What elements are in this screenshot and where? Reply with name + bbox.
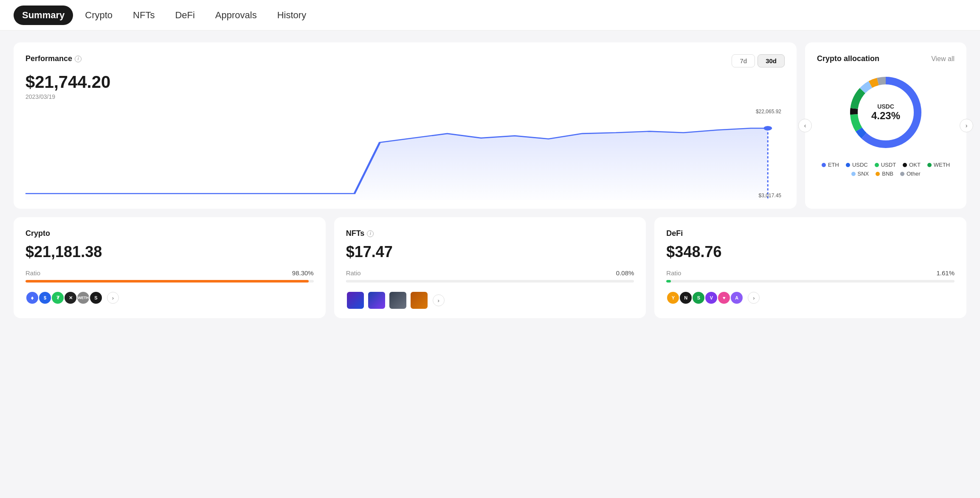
performance-card: Performance i 7d 30d $21,744.20 2023/03/… xyxy=(14,42,797,209)
crypto-card: Crypto $21,181.38 Ratio 98.30% ♦ $ ₮ ✕ W… xyxy=(14,217,326,318)
nfts-icon-row: › xyxy=(346,291,634,310)
legend-usdt: USDT xyxy=(875,162,896,168)
defi-card: DeFi $348.76 Ratio 1.61% Y N S V ♥ A › xyxy=(654,217,966,318)
crypto-ratio-pct: 98.30% xyxy=(292,269,314,277)
legend-weth: WETH xyxy=(927,162,950,168)
crypto-more-arrow[interactable]: › xyxy=(107,292,119,304)
perf-header: Performance i 7d 30d xyxy=(25,54,785,67)
performance-amount: $21,744.20 xyxy=(25,73,785,92)
legend-dot-other xyxy=(900,172,904,176)
defi-card-title: DeFi xyxy=(666,229,955,238)
donut-chart: USDC 4.23% xyxy=(843,70,928,155)
nfts-card-amount: $17.47 xyxy=(346,243,634,261)
nfts-card: NFTs i $17.47 Ratio 0.08% › xyxy=(334,217,646,318)
legend-dot-okt xyxy=(903,163,907,167)
coin-eth: ♦ xyxy=(25,291,39,305)
nav-summary[interactable]: Summary xyxy=(14,6,73,25)
time-btn-7d[interactable]: 7d xyxy=(732,54,755,67)
legend-dot-usdc xyxy=(846,163,850,167)
defi-card-amount: $348.76 xyxy=(666,243,955,261)
defi-icon-4: V xyxy=(704,291,718,305)
allocation-card: Crypto allocation View all ‹ xyxy=(805,42,966,209)
bottom-row: Crypto $21,181.38 Ratio 98.30% ♦ $ ₮ ✕ W… xyxy=(14,217,966,318)
coin-usdc: $ xyxy=(38,291,52,305)
defi-progress-fill xyxy=(666,280,671,283)
donut-center: USDC 4.23% xyxy=(871,103,900,122)
nfts-card-title: NFTs i xyxy=(346,229,634,238)
nft-thumb-1 xyxy=(346,291,365,310)
coin-snx: S xyxy=(89,291,103,305)
time-buttons: 7d 30d xyxy=(732,54,785,67)
nft-thumb-2 xyxy=(367,291,386,310)
nft-thumb-4 xyxy=(410,291,428,310)
coin-usdt: ₮ xyxy=(51,291,65,305)
performance-info-icon[interactable]: i xyxy=(75,56,82,62)
defi-icon-1: Y xyxy=(666,291,680,305)
nfts-progress-bar xyxy=(346,280,634,283)
main-content: Performance i 7d 30d $21,744.20 2023/03/… xyxy=(0,31,980,330)
crypto-card-amount: $21,181.38 xyxy=(25,243,314,261)
allocation-legend: ETH USDC USDT OKT WETH xyxy=(817,162,955,177)
allocation-prev-button[interactable]: ‹ xyxy=(798,119,812,132)
nav-approvals[interactable]: Approvals xyxy=(207,6,265,25)
nft-thumb-3 xyxy=(389,291,407,310)
defi-more-arrow[interactable]: › xyxy=(748,292,760,304)
defi-progress-bar xyxy=(666,280,955,283)
defi-ratio-row: Ratio 1.61% xyxy=(666,269,955,277)
coin-weth: WETH xyxy=(76,291,90,305)
top-row: Performance i 7d 30d $21,744.20 2023/03/… xyxy=(14,42,966,209)
perf-title: Performance i xyxy=(25,54,82,63)
crypto-icon-row: ♦ $ ₮ ✕ WETH S › xyxy=(25,291,314,305)
chart-high-label: $22,065.92 xyxy=(756,109,781,115)
crypto-ratio-row: Ratio 98.30% xyxy=(25,269,314,277)
legend-dot-weth xyxy=(927,163,932,167)
legend-bnb: BNB xyxy=(876,171,893,177)
legend-dot-bnb xyxy=(876,172,880,176)
crypto-progress-bar xyxy=(25,280,314,283)
nav-crypto[interactable]: Crypto xyxy=(76,6,121,25)
alloc-header: Crypto allocation View all xyxy=(817,54,955,63)
defi-icon-6: A xyxy=(730,291,743,305)
chart-low-label: $3,017.45 xyxy=(759,193,781,199)
allocation-next-button[interactable]: › xyxy=(960,119,973,132)
legend-dot-usdt xyxy=(875,163,879,167)
nav-nfts[interactable]: NFTs xyxy=(124,6,163,25)
defi-icon-3: S xyxy=(692,291,705,305)
view-all-link[interactable]: View all xyxy=(931,55,955,63)
nfts-ratio-row: Ratio 0.08% xyxy=(346,269,634,277)
defi-icon-2: N xyxy=(679,291,693,305)
legend-snx: SNX xyxy=(851,171,869,177)
nfts-more-arrow[interactable]: › xyxy=(433,294,445,306)
coin-okt: ✕ xyxy=(64,291,77,305)
nav-history[interactable]: History xyxy=(269,6,315,25)
alloc-title: Crypto allocation xyxy=(817,54,879,63)
nfts-ratio-pct: 0.08% xyxy=(616,269,634,277)
defi-icon-row: Y N S V ♥ A › xyxy=(666,291,955,305)
time-btn-30d[interactable]: 30d xyxy=(758,54,785,67)
legend-okt: OKT xyxy=(903,162,921,168)
nfts-info-icon[interactable]: i xyxy=(367,230,374,237)
performance-chart: $22,065.92 $3,017.4 xyxy=(25,107,785,200)
crypto-progress-fill xyxy=(25,280,309,283)
legend-dot-snx xyxy=(851,172,856,176)
performance-date: 2023/03/19 xyxy=(25,93,785,100)
navigation: Summary Crypto NFTs DeFi Approvals Histo… xyxy=(0,0,980,31)
defi-ratio-pct: 1.61% xyxy=(936,269,955,277)
chart-svg xyxy=(25,107,785,200)
legend-usdc: USDC xyxy=(846,162,868,168)
nav-defi[interactable]: DeFi xyxy=(166,6,203,25)
defi-icon-5: ♥ xyxy=(717,291,731,305)
legend-dot-eth xyxy=(822,163,826,167)
crypto-card-title: Crypto xyxy=(25,229,314,238)
legend-other: Other xyxy=(900,171,921,177)
nfts-progress-fill xyxy=(346,280,346,283)
legend-eth: ETH xyxy=(822,162,839,168)
